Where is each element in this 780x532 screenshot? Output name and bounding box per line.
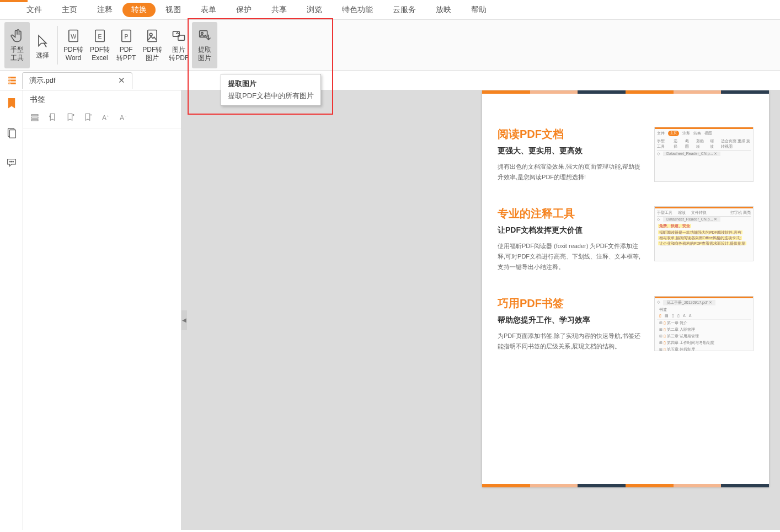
pdf-to-ppt-button[interactable]: PPDF 转PPT [113,22,139,68]
svg-rect-19 [31,120,38,121]
ribbon-label: 图片 转PDF [169,46,189,62]
pdf-to-ppt-icon: P [119,28,134,44]
menu-放映[interactable]: 放映 [426,2,461,18]
pdf-to-word-button[interactable]: WPDF转 Word [60,22,87,68]
feature-title: 阅读PDF文档 [498,127,644,142]
panel-collapse-handle[interactable]: ◀ [181,310,187,330]
select-tool-button[interactable]: 选择▾ [30,22,55,68]
tooltip-desc: 提取PDF文档中的所有图片 [228,91,314,101]
feature-block: 巧用PDF书签帮助您提升工作、学习效率为PDF页面添加书签,除了实现内容的快速导… [498,296,754,351]
pdf-to-excel-icon: E [92,28,108,44]
ribbon-label: 选择 [36,51,49,59]
extract-images-icon [197,28,212,44]
document-viewer[interactable]: ◀ 阅读PDF文档更强大、更实用、更高效拥有出色的文档渲染效果,强大的页面管理功… [181,90,780,530]
feature-thumbnail: 手型工具缩放文件转换打字机 高亮◇Datasheet_Reader_CN.p..… [654,206,754,261]
bookmark-remove-icon[interactable] [83,112,93,122]
document-tab-label: 演示.pdf [29,76,56,85]
feature-subtitle: 更强大、更实用、更高效 [498,146,644,156]
svg-point-16 [13,161,13,162]
svg-point-7 [150,33,153,36]
ribbon-label: PDF 转PPT [116,46,136,62]
svg-text:A: A [102,114,106,122]
bookmarks-title: 书签 [23,90,181,109]
svg-point-14 [9,161,10,162]
menu-视图[interactable]: 视图 [156,2,191,18]
font-decrease-icon[interactable]: A− [118,112,128,122]
extract-images-button[interactable]: 提取 图片 [192,22,217,68]
hand-tool-button[interactable]: 手型 工具 [4,22,30,68]
document-tabstrip: 演示.pdf ✕ [0,71,780,90]
feature-thumbnail: ◇员工手册_20120917.pdf ✕书签▯▤▯▯AA⊞ ▯ 第一章 简介⊞ … [654,296,754,351]
feature-block: 阅读PDF文档更强大、更实用、更高效拥有出色的文档渲染效果,强大的页面管理功能,… [498,127,754,182]
feature-subtitle: 帮助您提升工作、学习效率 [498,315,644,325]
menu-云服务[interactable]: 云服务 [383,2,426,18]
svg-rect-17 [31,115,38,116]
app-accent [0,0,28,2]
svg-rect-18 [31,117,38,118]
svg-point-15 [11,161,12,162]
ribbon-label: PDF转 Excel [90,46,110,62]
pdf-to-image-button[interactable]: PDF转 图片 [139,22,165,68]
menu-共享[interactable]: 共享 [261,2,297,18]
feature-body: 拥有出色的文档渲染效果,强大的页面管理功能,帮助提升效率,是您阅读PDF的理想选… [498,162,644,182]
expand-all-icon[interactable] [30,112,40,122]
font-increase-icon[interactable]: A+ [100,112,110,122]
pdf-to-word-icon: W [66,28,81,44]
svg-text:A: A [120,114,124,122]
menu-保护[interactable]: 保护 [226,2,261,18]
svg-text:E: E [98,33,102,40]
image-to-pdf-button[interactable]: 图片 转PDF [165,22,192,68]
main-area: 书签 A+ A− ◀ 阅读PDF文档更强大、更实用、更高效拥有出色的文档渲染效果… [0,90,780,530]
tooltip-title: 提取图片 [228,79,314,89]
ribbon-label: 提取 图片 [198,46,211,62]
pdf-page: 阅读PDF文档更强大、更实用、更高效拥有出色的文档渲染效果,强大的页面管理功能,… [482,90,769,487]
feature-thumbnail: 文件 主页 注释 转换 视图手型工具选择截图剪贴板缩放适合页面 重排 旋转视图◇… [654,127,754,182]
side-panel-strip [0,90,23,530]
menu-转换[interactable]: 转换 [122,3,156,17]
svg-text:P: P [124,33,128,40]
svg-rect-6 [148,30,157,42]
svg-rect-13 [9,130,15,138]
bookmark-cut-icon[interactable] [47,112,57,122]
menu-主页[interactable]: 主页 [52,2,87,18]
ribbon-label: PDF转 Word [63,46,83,62]
start-tab-icon[interactable] [2,72,22,89]
ribbon-label: PDF转 图片 [142,46,162,62]
comments-icon[interactable] [6,157,18,169]
bookmarks-toolbar: A+ A− [23,109,181,128]
image-to-pdf-icon [171,28,186,44]
feature-body: 为PDF页面添加书签,除了实现内容的快速导航,书签还能指明不同书签的层级关系,展… [498,331,644,351]
tooltip: 提取图片 提取PDF文档中的所有图片 [221,74,321,106]
feature-title: 专业的注释工具 [498,206,644,221]
feature-subtitle: 让PDF文档发挥更大价值 [498,225,644,235]
svg-text:−: − [125,114,127,117]
menubar: 文件主页注释转换视图表单保护共享浏览特色功能云服务放映帮助 [0,0,780,20]
svg-text:+: + [107,114,109,117]
close-icon[interactable]: ✕ [118,76,125,85]
menu-帮助[interactable]: 帮助 [461,2,496,18]
bookmarks-panel: 书签 A+ A− [23,90,181,530]
feature-body: 使用福昕PDF阅读器 (foxit reader) 为PDF文件添加注释,可对P… [498,241,644,272]
menu-特色功能[interactable]: 特色功能 [332,2,383,18]
pages-icon[interactable] [6,127,18,139]
page-bottom-stripe [482,484,769,487]
feature-block: 专业的注释工具让PDF文档发挥更大价值使用福昕PDF阅读器 (foxit rea… [498,206,754,272]
pdf-to-excel-button[interactable]: EPDF转 Excel [87,22,113,68]
bookmark-add-icon[interactable] [65,112,75,122]
menu-注释[interactable]: 注释 [87,2,122,18]
menu-浏览[interactable]: 浏览 [297,2,332,18]
pdf-to-image-icon [145,28,160,44]
document-tab[interactable]: 演示.pdf ✕ [22,72,132,89]
bookmarks-icon[interactable] [6,97,18,109]
select-tool-icon [35,34,50,49]
feature-title: 巧用PDF书签 [498,296,644,311]
ribbon-label: 手型 工具 [10,46,24,62]
menu-表单[interactable]: 表单 [191,2,226,18]
menu-文件[interactable]: 文件 [17,2,52,18]
svg-text:W: W [71,33,76,40]
hand-tool-icon [9,28,25,44]
ribbon-toolbar: 手型 工具选择▾WPDF转 WordEPDF转 ExcelPPDF 转PPTPD… [0,20,780,71]
